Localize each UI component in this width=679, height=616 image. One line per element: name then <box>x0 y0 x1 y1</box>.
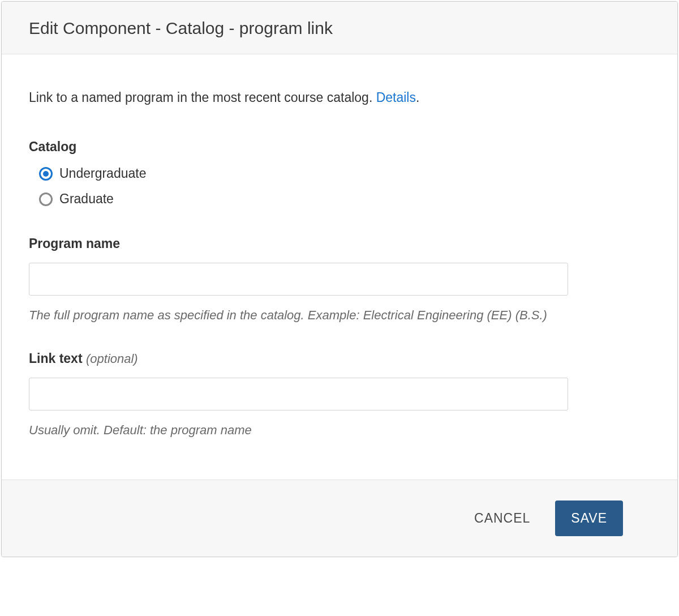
details-link[interactable]: Details <box>376 90 416 105</box>
radio-undergraduate[interactable]: Undergraduate <box>39 166 650 181</box>
dialog-header: Edit Component - Catalog - program link <box>2 2 677 54</box>
program-name-input[interactable] <box>29 263 568 296</box>
dialog-footer: CANCEL SAVE <box>2 480 677 557</box>
link-text-help: Usually omit. Default: the program name <box>29 421 572 440</box>
radio-label: Graduate <box>59 191 114 207</box>
link-text-label: Link text (optional) <box>29 351 650 366</box>
dialog-body: Link to a named program in the most rece… <box>2 54 677 480</box>
link-text-label-text: Link text <box>29 351 83 366</box>
dialog-title: Edit Component - Catalog - program link <box>29 19 650 38</box>
save-button[interactable]: SAVE <box>555 500 623 536</box>
program-name-label: Program name <box>29 236 650 251</box>
intro-text: Link to a named program in the most rece… <box>29 90 376 105</box>
radio-graduate[interactable]: Graduate <box>39 191 650 207</box>
catalog-section-label: Catalog <box>29 139 650 155</box>
program-name-help: The full program name as specified in th… <box>29 306 572 325</box>
intro-text-row: Link to a named program in the most rece… <box>29 88 650 106</box>
link-text-input[interactable] <box>29 378 568 410</box>
intro-trailing-punct: . <box>416 90 419 105</box>
radio-icon <box>39 167 53 181</box>
radio-icon <box>39 192 53 206</box>
radio-label: Undergraduate <box>59 166 146 181</box>
catalog-radio-group: Undergraduate Graduate <box>29 166 650 207</box>
optional-tag: (optional) <box>86 352 138 366</box>
cancel-button[interactable]: CANCEL <box>472 503 532 534</box>
program-name-field: Program name The full program name as sp… <box>29 236 650 325</box>
edit-component-dialog: Edit Component - Catalog - program link … <box>1 1 678 557</box>
link-text-field: Link text (optional) Usually omit. Defau… <box>29 351 650 440</box>
